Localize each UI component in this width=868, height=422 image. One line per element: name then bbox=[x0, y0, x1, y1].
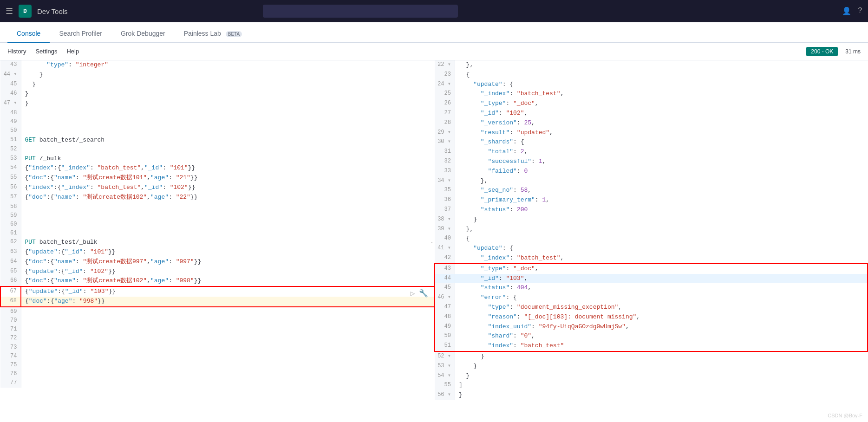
settings-button[interactable]: Settings bbox=[35, 48, 57, 55]
run-icon[interactable]: ▷ bbox=[411, 289, 415, 298]
line-content[interactable] bbox=[21, 334, 434, 343]
help-icon[interactable]: ? bbox=[858, 6, 862, 16]
line-number: 29 bbox=[435, 128, 455, 138]
table-row: 31 "total": 2, bbox=[435, 147, 868, 157]
line-content[interactable]: "total": 2, bbox=[455, 147, 868, 157]
line-content[interactable]: "failed": 0 bbox=[455, 167, 868, 176]
line-content[interactable]: } bbox=[455, 390, 868, 400]
line-content[interactable]: "reason": "[_doc][103]: document missing… bbox=[455, 312, 868, 322]
table-row: 22 }, bbox=[435, 60, 868, 70]
line-content[interactable] bbox=[21, 220, 434, 229]
line-content[interactable]: "index": "batch_test" bbox=[455, 341, 868, 351]
line-content[interactable]: "_index": "batch_test", bbox=[455, 253, 868, 264]
line-content[interactable]: {"doc":{"age": "998"}} bbox=[21, 297, 434, 307]
line-content[interactable]: "status": 200 bbox=[455, 205, 868, 215]
line-content[interactable] bbox=[21, 343, 434, 352]
line-content[interactable]: }, bbox=[455, 225, 868, 234]
line-content[interactable]: "_primary_term": 1, bbox=[455, 195, 868, 205]
line-content[interactable]: } bbox=[455, 371, 868, 381]
table-row: 57{"doc":{"name": "测试create数据102","age":… bbox=[0, 193, 434, 202]
line-content[interactable]: {"index":{"_index": "batch_test","_id": … bbox=[21, 163, 434, 173]
line-content[interactable] bbox=[21, 307, 434, 316]
line-content[interactable] bbox=[21, 352, 434, 361]
hamburger-icon[interactable]: ☰ bbox=[6, 6, 13, 16]
output-code-area[interactable]: 22 },23 {24 "update": {25 "_index": "bat… bbox=[434, 60, 868, 422]
line-content[interactable] bbox=[21, 109, 434, 117]
table-row: 58 bbox=[0, 202, 434, 211]
line-number: 71 bbox=[0, 325, 21, 334]
line-content[interactable] bbox=[21, 126, 434, 135]
line-number: 51 bbox=[0, 136, 21, 145]
tab-grok-debugger[interactable]: Grok Debugger bbox=[111, 25, 175, 43]
line-number: 48 bbox=[0, 109, 21, 117]
line-content[interactable]: "successful": 1, bbox=[455, 157, 868, 167]
line-content[interactable]: {"doc":{"name": "测试create数据102","age": "… bbox=[21, 276, 434, 286]
line-content[interactable]: {"doc":{"name": "测试create数据997","age": "… bbox=[21, 257, 434, 267]
table-row: 60 bbox=[0, 220, 434, 229]
line-content[interactable]: } bbox=[21, 89, 434, 99]
line-content[interactable] bbox=[21, 211, 434, 220]
line-content[interactable]: "_shards": { bbox=[455, 137, 868, 147]
line-content[interactable]: {"index":{"_index": "batch_test","_id": … bbox=[21, 183, 434, 193]
line-content[interactable]: "_index": "batch_test", bbox=[455, 89, 868, 99]
line-content[interactable]: PUT batch_test/_bulk bbox=[21, 238, 434, 247]
line-content[interactable]: "shard": "0", bbox=[455, 331, 868, 341]
tab-search-profiler[interactable]: Search Profiler bbox=[50, 25, 111, 43]
line-content[interactable]: "_id": "103", bbox=[455, 274, 868, 284]
user-icon[interactable]: 👤 bbox=[842, 6, 851, 16]
line-content[interactable]: "error": { bbox=[455, 293, 868, 303]
line-content[interactable]: }, bbox=[455, 60, 868, 70]
table-row: 52 bbox=[0, 145, 434, 154]
line-content[interactable] bbox=[21, 145, 434, 154]
line-content[interactable]: } bbox=[455, 215, 868, 225]
table-row: 33 "failed": 0 bbox=[435, 167, 868, 176]
line-content[interactable] bbox=[21, 316, 434, 325]
line-content[interactable]: ] bbox=[455, 381, 868, 390]
line-number: 39 bbox=[435, 225, 455, 234]
line-content[interactable]: {"doc":{"name": "测试create数据102","age": "… bbox=[21, 193, 434, 202]
line-content[interactable]: }, bbox=[455, 176, 868, 186]
line-content[interactable] bbox=[21, 370, 434, 378]
table-row: 34 }, bbox=[435, 176, 868, 186]
line-content[interactable]: "update": { bbox=[455, 244, 868, 253]
table-row: 23 { bbox=[435, 70, 868, 80]
line-content[interactable] bbox=[21, 378, 434, 387]
line-content[interactable]: } bbox=[21, 80, 434, 90]
line-content[interactable]: "update": { bbox=[455, 80, 868, 90]
history-button[interactable]: History bbox=[7, 48, 26, 55]
line-content[interactable] bbox=[21, 117, 434, 126]
line-content[interactable]: "_type": "_doc", bbox=[455, 99, 868, 109]
line-content[interactable]: "type": "integer" bbox=[21, 60, 434, 70]
line-content[interactable]: {"update":{"_id": "102"}} bbox=[21, 267, 434, 277]
line-content[interactable] bbox=[21, 361, 434, 370]
line-content[interactable]: "type": "document_missing_exception", bbox=[455, 303, 868, 312]
line-content[interactable]: "index_uuid": "94fy-UiqQaGOzdg0wUmjSw", bbox=[455, 322, 868, 332]
line-content[interactable]: } bbox=[455, 362, 868, 371]
line-content[interactable]: {"update":{"_id": "101"}} bbox=[21, 247, 434, 257]
line-content[interactable]: "result": "updated", bbox=[455, 128, 868, 138]
line-content[interactable]: { bbox=[455, 234, 868, 244]
editor-code-area[interactable]: ▷ 🔧 43 "type": "integer"44 }45 }46}47}48… bbox=[0, 60, 434, 422]
line-content[interactable]: { bbox=[455, 70, 868, 80]
line-content[interactable]: "_version": 25, bbox=[455, 118, 868, 128]
line-content[interactable]: PUT /_bulk bbox=[21, 154, 434, 164]
line-content[interactable]: "_seq_no": 58, bbox=[455, 186, 868, 195]
help-button[interactable]: Help bbox=[66, 48, 79, 55]
line-content[interactable]: {"update":{"_id": "103"}} bbox=[21, 286, 434, 297]
line-content[interactable]: "status": 404, bbox=[455, 283, 868, 293]
line-content[interactable]: } bbox=[21, 99, 434, 109]
line-content[interactable]: } bbox=[21, 70, 434, 80]
line-content[interactable]: GET batch_test/_search bbox=[21, 136, 434, 145]
line-content[interactable] bbox=[21, 325, 434, 334]
line-content[interactable]: "_id": "102", bbox=[455, 109, 868, 118]
global-search-input[interactable] bbox=[263, 5, 458, 18]
wrench-icon[interactable]: 🔧 bbox=[419, 289, 428, 298]
line-number: 77 bbox=[0, 378, 21, 387]
line-content[interactable]: {"doc":{"name": "测试create数据101","age": "… bbox=[21, 173, 434, 183]
line-content[interactable] bbox=[21, 202, 434, 211]
tab-painless-lab[interactable]: Painless Lab BETA bbox=[175, 25, 251, 43]
line-content[interactable]: "_type": "_doc", bbox=[455, 264, 868, 274]
line-content[interactable]: } bbox=[455, 351, 868, 362]
line-content[interactable] bbox=[21, 229, 434, 238]
tab-console[interactable]: Console bbox=[7, 25, 50, 43]
